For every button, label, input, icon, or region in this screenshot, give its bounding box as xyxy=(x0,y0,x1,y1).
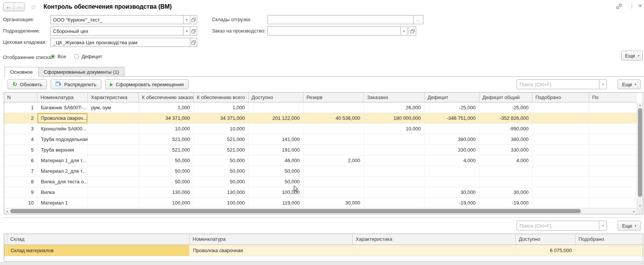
cell[interactable] xyxy=(88,166,139,176)
department-input[interactable] xyxy=(50,26,184,36)
warehouse-column-header-3[interactable]: Характеристика xyxy=(353,234,516,245)
organization-dropdown-icon[interactable]: ▾ xyxy=(184,15,190,24)
cell[interactable]: 50,000 xyxy=(249,166,303,176)
cell[interactable]: Труба подседельная xyxy=(37,134,88,144)
column-header-12[interactable]: По xyxy=(589,93,637,102)
lower-more-button[interactable]: Еще ▾ xyxy=(618,221,641,231)
column-header-1[interactable]: N xyxy=(4,93,37,102)
cell[interactable]: 201 122,000 xyxy=(249,113,303,123)
cell[interactable]: Вилка xyxy=(37,187,88,197)
favorite-star-icon[interactable]: ☆ xyxy=(30,3,37,11)
cell[interactable] xyxy=(303,145,364,155)
cell[interactable]: 1 xyxy=(4,102,37,113)
cell[interactable]: 1,000 xyxy=(194,102,249,113)
cell[interactable]: 8 xyxy=(4,177,37,187)
close-icon[interactable]: × xyxy=(638,3,642,9)
shipping-warehouses-input[interactable] xyxy=(268,15,414,24)
cell[interactable]: Труба верхняя xyxy=(37,145,88,155)
shipping-warehouses-ellipsis-icon[interactable]: ... xyxy=(414,15,423,24)
cell[interactable]: 50,000 xyxy=(139,166,194,176)
cell[interactable]: 6 075,000 xyxy=(516,245,576,256)
cell[interactable] xyxy=(532,102,589,113)
forward-icon[interactable]: → xyxy=(14,3,24,11)
cell[interactable]: 50,000 xyxy=(139,177,194,187)
cell[interactable]: 330,000 xyxy=(425,145,479,155)
cell[interactable]: -990,000 xyxy=(479,124,532,134)
cell[interactable] xyxy=(88,187,139,197)
warehouse-column-header-2[interactable]: Номенклатура xyxy=(190,234,353,245)
cell[interactable] xyxy=(88,177,139,187)
radio-all[interactable]: Все xyxy=(50,54,66,59)
table-row[interactable]: Склад материаловПроволока сварочная6 075… xyxy=(4,245,643,256)
column-header-10[interactable]: Дефицит общий xyxy=(479,93,532,102)
cell[interactable]: 100,000 xyxy=(139,198,194,208)
panel-splitter[interactable] xyxy=(3,217,642,218)
cell[interactable] xyxy=(589,134,637,144)
cell[interactable]: Склад материалов xyxy=(7,245,190,256)
create-movements-button[interactable]: ▶ Сформировать перемещения xyxy=(105,79,189,89)
form-more-button[interactable]: Еще ▾ xyxy=(621,51,643,60)
cell[interactable] xyxy=(88,155,139,166)
cell[interactable]: 10 xyxy=(4,198,37,208)
cell[interactable] xyxy=(88,124,139,134)
cell[interactable] xyxy=(364,198,425,208)
cell[interactable]: 100,000 xyxy=(249,187,303,197)
production-order-dropdown-icon[interactable]: ▾ xyxy=(401,26,408,36)
organization-input[interactable] xyxy=(50,15,184,24)
production-order-open-icon[interactable] xyxy=(409,26,416,36)
cell[interactable] xyxy=(532,124,589,134)
scroll-right-icon[interactable]: ▸ xyxy=(632,208,637,214)
table-row[interactable]: 7Материал 2_для т...50,00050,00050,000 xyxy=(4,166,637,177)
cell[interactable] xyxy=(303,166,364,176)
cell[interactable]: 130,000 xyxy=(194,187,249,197)
cell[interactable]: -19,000 xyxy=(425,198,479,208)
cell[interactable]: 3 xyxy=(4,124,37,134)
department-open-icon[interactable] xyxy=(190,26,197,36)
cell[interactable] xyxy=(589,145,637,155)
table-row[interactable]: 5Труба верхняя521,000521,000191,000330,0… xyxy=(4,145,637,155)
cell[interactable] xyxy=(364,187,425,197)
department-dropdown-icon[interactable]: ▾ xyxy=(184,26,190,36)
column-header-8[interactable]: Заказано xyxy=(364,93,425,102)
cell[interactable] xyxy=(589,166,637,176)
cell[interactable]: -25,000 xyxy=(479,102,532,113)
cell[interactable]: 30,000 xyxy=(479,187,532,197)
cell[interactable]: 521,000 xyxy=(194,134,249,144)
cell[interactable]: Материал 2_для т... xyxy=(37,166,88,176)
cell[interactable] xyxy=(88,198,139,208)
cell[interactable]: 9 xyxy=(4,187,37,197)
cell[interactable]: 34 371,000 xyxy=(194,113,249,123)
cell[interactable] xyxy=(364,134,425,144)
cell[interactable]: 141,000 xyxy=(249,134,303,144)
cell[interactable]: Вилка_для теста о... xyxy=(37,177,88,187)
column-header-6[interactable]: Доступно xyxy=(249,93,303,102)
cell[interactable]: 1,000 xyxy=(139,102,194,113)
cell[interactable]: 46,000 xyxy=(249,155,303,166)
cell[interactable] xyxy=(364,155,425,166)
main-search-input[interactable] xyxy=(516,79,599,89)
table-row[interactable]: 1Багажник SA600T-...рум, оум1,0001,00026… xyxy=(4,102,637,113)
table-row[interactable]: 3Кронштейн SA800...10,00010,00010,000-99… xyxy=(4,124,637,134)
table-row[interactable]: 8Вилка_для теста о...50,00050,00050,000 xyxy=(4,177,637,187)
link-icon[interactable] xyxy=(616,3,622,11)
cell[interactable]: Материал 1_для т... xyxy=(37,155,88,166)
cell[interactable] xyxy=(532,177,589,187)
table-row[interactable]: 10Материал 1100,000100,000119,00030,000-… xyxy=(4,198,637,208)
cell[interactable]: -346 751,000 xyxy=(425,113,479,123)
cell[interactable]: 130,000 xyxy=(139,187,194,197)
refresh-button[interactable]: ↻ Обновить xyxy=(8,79,47,89)
cell[interactable] xyxy=(303,102,364,113)
vertical-scrollbar[interactable]: ▲ ▼ xyxy=(637,102,643,208)
cell[interactable]: 7 xyxy=(4,166,37,176)
lower-search-input[interactable] xyxy=(516,221,599,231)
cell[interactable] xyxy=(589,113,637,123)
distribute-button[interactable]: Распределить xyxy=(51,79,101,89)
lower-search-clear-icon[interactable]: × xyxy=(599,221,607,231)
cell[interactable] xyxy=(479,177,532,187)
cell[interactable]: 4,000 xyxy=(479,155,532,166)
cell[interactable]: 5 xyxy=(4,145,37,155)
cell[interactable] xyxy=(425,177,479,187)
cell[interactable] xyxy=(425,124,479,134)
cell[interactable]: Проволока сварочная xyxy=(190,245,353,256)
cell[interactable] xyxy=(589,187,637,197)
